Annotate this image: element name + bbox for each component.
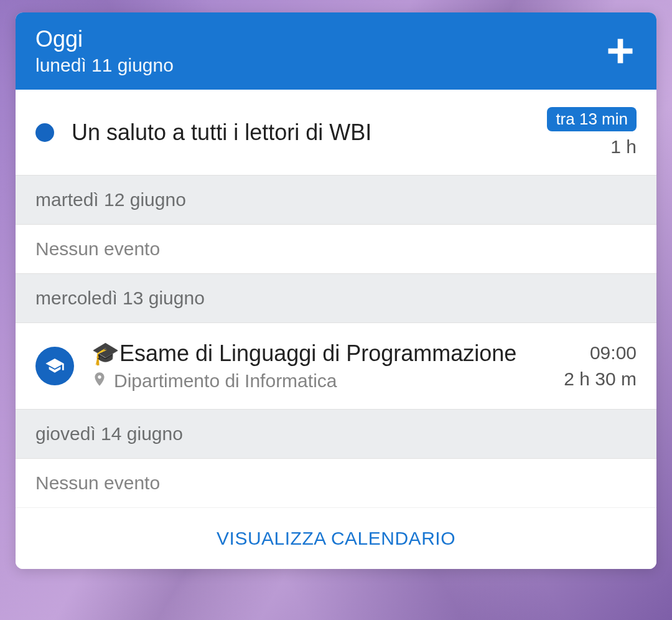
day-header-tuesday: martedì 12 giugno (16, 175, 656, 225)
event-time: 09:00 (590, 342, 637, 364)
event-location: Dipartimento di Informatica (91, 370, 546, 392)
graduation-cap-emoji-icon: 🎓 (91, 341, 119, 367)
header-title: Oggi (35, 26, 174, 52)
day-header-wednesday: mercoledì 13 giugno (16, 273, 656, 323)
event-color-indicator (35, 123, 54, 142)
header-text-group: Oggi lunedì 11 giugno (35, 26, 174, 76)
event-item-wednesday[interactable]: 🎓Esame di Linguaggi di Programmazione Di… (16, 323, 656, 409)
widget-header: Oggi lunedì 11 giugno (16, 12, 656, 90)
calendar-widget: Oggi lunedì 11 giugno Un saluto a tutti … (16, 12, 656, 569)
day-header-thursday: giovedì 14 giugno (16, 409, 656, 459)
location-pin-icon (91, 370, 108, 392)
countdown-badge: tra 13 min (547, 107, 637, 131)
event-duration: 1 h (610, 136, 637, 157)
event-content: Un saluto a tutti i lettori di WBI (72, 120, 530, 146)
event-title: Un saluto a tutti i lettori di WBI (72, 120, 530, 146)
event-location-text: Dipartimento di Informatica (114, 370, 337, 392)
event-category-indicator (35, 347, 74, 385)
view-calendar-button[interactable]: VISUALIZZA CALENDARIO (16, 507, 656, 569)
event-duration: 2 h 30 m (564, 369, 637, 390)
event-title: 🎓Esame di Linguaggi di Programmazione (91, 341, 546, 367)
event-meta: tra 13 min 1 h (547, 107, 637, 157)
no-event-tuesday: Nessun evento (16, 225, 656, 273)
event-title-text: Esame di Linguaggi di Programmazione (119, 341, 516, 367)
event-meta: 09:00 2 h 30 m (564, 342, 637, 390)
event-item-today[interactable]: Un saluto a tutti i lettori di WBI tra 1… (16, 90, 656, 175)
no-event-thursday: Nessun evento (16, 459, 656, 507)
header-date: lunedì 11 giugno (35, 55, 174, 76)
add-event-button[interactable] (604, 35, 637, 67)
plus-icon (604, 35, 637, 67)
event-content: 🎓Esame di Linguaggi di Programmazione Di… (91, 341, 546, 392)
graduation-cap-icon (45, 356, 65, 376)
